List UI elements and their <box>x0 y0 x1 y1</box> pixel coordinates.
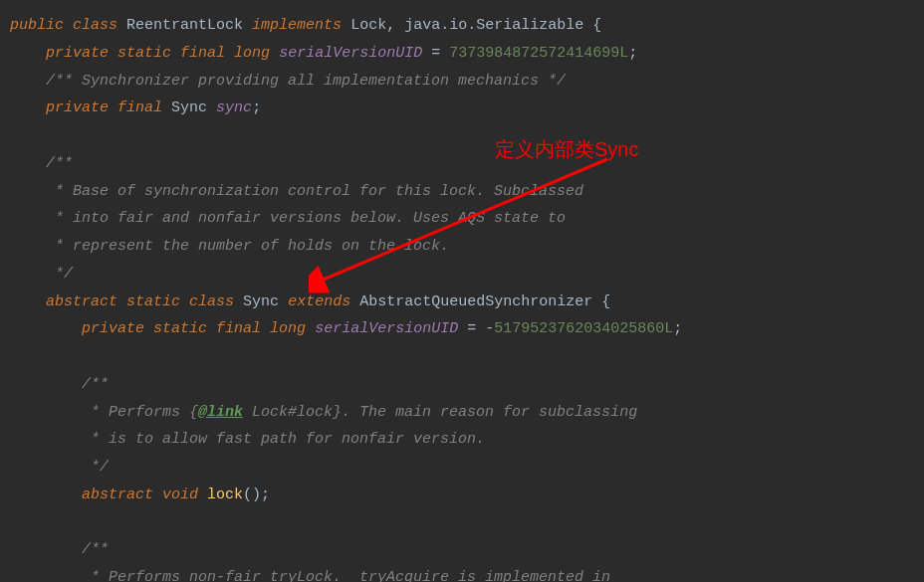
code-line-18: abstract void lock(); <box>10 482 924 509</box>
code-line-21: * Performs non-fair tryLock. tryAcquire … <box>10 564 924 582</box>
class-name: ReentrantLock <box>126 17 243 34</box>
number-literal: 7373984872572414699L <box>449 45 628 62</box>
method-name: lock <box>207 486 243 503</box>
keyword-public: public <box>10 17 64 34</box>
keyword-implements: implements <box>252 17 342 34</box>
annotation-label: 定义内部类Sync <box>495 131 638 168</box>
code-line-blank <box>10 343 924 371</box>
code-line-2: private static final long serialVersionU… <box>10 40 924 68</box>
code-line-8: * into fair and nonfair versions below. … <box>10 205 924 233</box>
code-line-3: /** Synchronizer providing all implement… <box>10 68 924 96</box>
interface-name: Lock <box>350 17 386 34</box>
code-line-20: /** <box>10 536 924 564</box>
code-line-15: * Performs {@link Lock#lock}. The main r… <box>10 399 924 427</box>
class-name: Sync <box>243 293 279 310</box>
code-line-6: /** <box>10 150 924 178</box>
keyword-class: class <box>73 17 117 34</box>
code-line-7: * Base of synchronization control for th… <box>10 178 924 206</box>
doc-comment: /** Synchronizer providing all implement… <box>46 73 566 90</box>
code-line-1: public class ReentrantLock implements Lo… <box>10 12 924 40</box>
number-literal: 5179523762034025860L <box>494 320 673 337</box>
code-line-blank <box>10 122 924 150</box>
field-name: serialVersionUID <box>315 320 458 337</box>
superclass-name: AbstractQueuedSynchronizer <box>359 293 592 310</box>
code-line-blank <box>10 509 924 537</box>
code-line-14: /** <box>10 371 924 399</box>
code-line-16: * is to allow fast path for nonfair vers… <box>10 426 924 454</box>
field-name: sync <box>216 99 252 116</box>
keyword-extends: extends <box>288 293 350 310</box>
code-line-17: */ <box>10 454 924 482</box>
code-line-12: private static final long serialVersionU… <box>10 315 924 343</box>
code-line-4: private final Sync sync; <box>10 95 924 122</box>
javadoc-tag: @link <box>198 404 243 421</box>
code-line-10: */ <box>10 261 924 289</box>
field-name: serialVersionUID <box>279 45 422 62</box>
interface-name: java.io.Serializable <box>404 17 583 34</box>
code-line-9: * represent the number of holds on the l… <box>10 233 924 261</box>
code-line-11: abstract static class Sync extends Abstr… <box>10 289 924 316</box>
